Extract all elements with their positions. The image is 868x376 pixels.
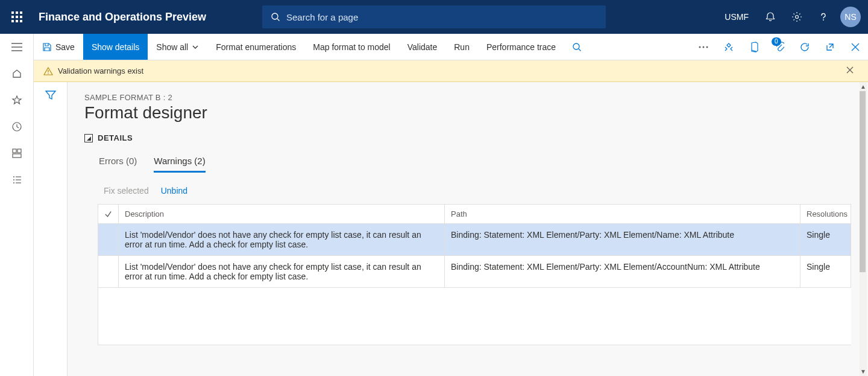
show-all-button[interactable]: Show all: [148, 34, 207, 60]
table-row[interactable]: List 'model/Vendor' does not have any ch…: [98, 224, 851, 256]
table-row[interactable]: List 'model/Vendor' does not have any ch…: [98, 256, 851, 288]
action-bar: Save Show details Show all Format enumer…: [34, 34, 868, 60]
popout-icon[interactable]: [817, 34, 843, 60]
chevron-down-icon: [192, 43, 199, 51]
svg-point-17: [573, 43, 579, 49]
collapse-triangle-icon: ◢: [84, 134, 93, 142]
options-icon[interactable]: [716, 34, 741, 60]
refresh-icon[interactable]: [792, 34, 817, 60]
svg-point-15: [13, 182, 14, 183]
cell-description: List 'model/Vendor' does not have any ch…: [119, 256, 445, 288]
svg-rect-8: [13, 149, 16, 153]
save-label: Save: [55, 42, 75, 52]
map-format-button[interactable]: Map format to model: [304, 34, 398, 60]
left-nav-rail: [0, 34, 34, 376]
nav-hamburger-icon[interactable]: [0, 34, 34, 60]
svg-point-0: [272, 13, 278, 19]
search-box[interactable]: [262, 5, 606, 28]
svg-point-2: [796, 16, 799, 19]
grid-header: Description Path Resolutions: [98, 205, 851, 224]
cell-resolutions: Single: [800, 224, 851, 256]
vertical-scrollbar[interactable]: ▲ ▼: [860, 82, 867, 376]
workspaces-icon[interactable]: [0, 140, 34, 167]
col-path[interactable]: Path: [445, 205, 800, 224]
filter-icon[interactable]: [45, 91, 56, 376]
help-icon[interactable]: [810, 0, 837, 34]
show-details-button[interactable]: Show details: [83, 34, 148, 60]
home-icon[interactable]: [0, 60, 34, 87]
banner-close-icon[interactable]: [846, 66, 858, 75]
svg-point-11: [13, 176, 14, 177]
recent-icon[interactable]: [0, 113, 34, 140]
svg-line-18: [579, 49, 581, 51]
col-resolutions[interactable]: Resolutions: [800, 205, 851, 224]
office-icon[interactable]: [741, 34, 767, 60]
row-checkbox[interactable]: [98, 256, 119, 288]
more-actions-icon[interactable]: [691, 34, 716, 60]
cell-description: List 'model/Vendor' does not have any ch…: [119, 224, 445, 256]
fix-selected-button: Fix selected: [104, 186, 149, 196]
scroll-thumb[interactable]: [860, 91, 866, 272]
row-checkbox[interactable]: [98, 224, 119, 256]
svg-point-21: [706, 46, 708, 48]
svg-point-19: [699, 46, 701, 48]
search-icon: [271, 12, 280, 22]
tab-errors[interactable]: Errors (0): [99, 156, 137, 173]
close-icon[interactable]: [843, 34, 868, 60]
notifications-icon[interactable]: [757, 0, 784, 34]
page-content: SAMPLE FORMAT B : 2 Format designer ◢ DE…: [68, 82, 868, 376]
svg-rect-9: [17, 149, 21, 153]
svg-line-1: [277, 19, 280, 21]
tab-warnings[interactable]: Warnings (2): [154, 156, 205, 173]
page-title: Format designer: [84, 103, 851, 123]
warning-icon: [43, 66, 53, 76]
settings-icon[interactable]: [784, 0, 810, 34]
filter-rail: [34, 82, 68, 376]
search-input[interactable]: [286, 12, 597, 22]
banner-message: Validation warnings exist: [58, 66, 143, 75]
svg-rect-10: [13, 154, 21, 158]
save-button[interactable]: Save: [34, 34, 83, 60]
app-launcher-icon[interactable]: [0, 0, 34, 34]
cell-path: Binding: Statement: XML Element/Party: X…: [445, 256, 800, 288]
warnings-grid: Description Path Resolutions List 'model…: [98, 204, 851, 345]
details-toggle[interactable]: ◢ DETAILS: [84, 133, 851, 142]
col-description[interactable]: Description: [119, 205, 445, 224]
app-title: Finance and Operations Preview: [39, 11, 206, 24]
attachments-icon[interactable]: 0: [767, 34, 792, 60]
top-bar: Finance and Operations Preview USMF NS: [0, 0, 868, 34]
svg-point-20: [703, 46, 705, 48]
warning-banner: Validation warnings exist: [34, 60, 868, 82]
find-icon[interactable]: [564, 34, 590, 60]
user-avatar[interactable]: NS: [840, 7, 861, 27]
grid-actions: Fix selected Unbind: [84, 186, 851, 196]
cell-resolutions: Single: [800, 256, 851, 288]
validate-button[interactable]: Validate: [399, 34, 446, 60]
company-code[interactable]: USMF: [716, 12, 757, 22]
format-enumerations-button[interactable]: Format enumerations: [207, 34, 304, 60]
scroll-up-icon[interactable]: ▲: [860, 82, 866, 91]
modules-icon[interactable]: [0, 167, 34, 193]
scroll-down-icon[interactable]: ▼: [860, 367, 866, 376]
run-button[interactable]: Run: [445, 34, 478, 60]
svg-point-13: [13, 179, 14, 180]
attachments-badge: 0: [772, 37, 781, 46]
unbind-button[interactable]: Unbind: [161, 186, 187, 196]
performance-trace-button[interactable]: Performance trace: [478, 34, 564, 60]
svg-point-25: [48, 73, 49, 74]
select-all-checkbox[interactable]: [98, 205, 119, 224]
favorites-icon[interactable]: [0, 87, 34, 113]
breadcrumb: SAMPLE FORMAT B : 2: [84, 93, 851, 102]
cell-path: Binding: Statement: XML Element/Party: X…: [445, 224, 800, 256]
details-label: DETAILS: [98, 133, 133, 142]
tabs: Errors (0) Warnings (2): [84, 156, 851, 173]
svg-point-3: [823, 19, 824, 21]
